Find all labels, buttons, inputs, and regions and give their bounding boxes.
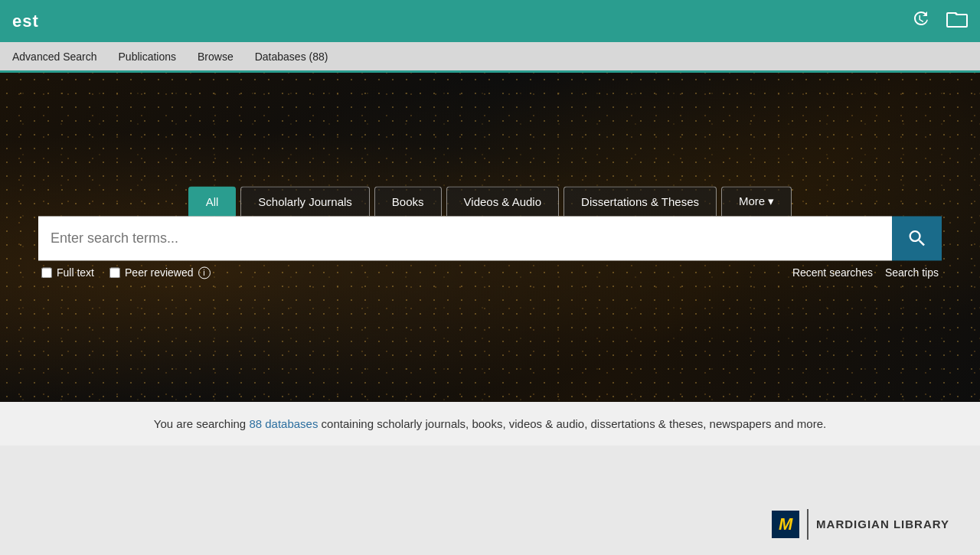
tab-more[interactable]: More ▾ xyxy=(721,186,792,216)
search-box-container xyxy=(38,216,942,260)
tab-books[interactable]: Books xyxy=(374,186,442,216)
tab-all[interactable]: All xyxy=(188,186,237,216)
tab-videos-audio[interactable]: Videos & Audio xyxy=(446,186,559,216)
history-icon[interactable] xyxy=(911,9,931,34)
top-header: est xyxy=(0,0,980,42)
full-text-filter[interactable]: Full text xyxy=(41,266,94,279)
databases-link[interactable]: 88 databases xyxy=(249,417,318,430)
folder-icon[interactable] xyxy=(946,11,968,32)
full-text-label: Full text xyxy=(57,266,94,279)
footer: MARDIGIAN LIBRARY xyxy=(0,446,980,555)
library-name: MARDIGIAN LIBRARY xyxy=(816,517,949,532)
search-button[interactable] xyxy=(892,216,942,260)
recent-searches-button[interactable]: Recent searches xyxy=(792,266,873,279)
info-text-before: You are searching xyxy=(154,417,250,430)
nav-publications[interactable]: Publications xyxy=(119,49,177,64)
filter-row: Full text Peer reviewed i Recent searche… xyxy=(38,260,942,279)
full-text-checkbox[interactable] xyxy=(41,267,52,278)
um-logo-icon xyxy=(772,511,799,538)
nav-databases[interactable]: Databases (88) xyxy=(255,49,328,64)
footer-logo: MARDIGIAN LIBRARY xyxy=(772,509,949,540)
nav-browse[interactable]: Browse xyxy=(198,49,234,64)
filter-left: Full text Peer reviewed i xyxy=(41,266,211,279)
nav-bar: Advanced Search Publications Browse Data… xyxy=(0,42,980,73)
peer-reviewed-filter[interactable]: Peer reviewed i xyxy=(109,266,211,279)
dropdown-arrow-icon: ▾ xyxy=(768,194,774,207)
filter-right: Recent searches Search tips xyxy=(792,266,939,279)
search-area: All Scholarly Journals Books Videos & Au… xyxy=(69,186,911,279)
footer-divider xyxy=(807,509,808,540)
peer-reviewed-label: Peer reviewed xyxy=(125,266,194,279)
peer-reviewed-checkbox[interactable] xyxy=(109,267,120,278)
hero-section: All Scholarly Journals Books Videos & Au… xyxy=(0,73,980,402)
search-tips-button[interactable]: Search tips xyxy=(885,266,939,279)
category-tabs: All Scholarly Journals Books Videos & Au… xyxy=(188,186,792,216)
tab-dissertations-theses[interactable]: Dissertations & Theses xyxy=(564,186,717,216)
info-text-after: containing scholarly journals, books, vi… xyxy=(318,417,826,430)
info-section: You are searching 88 databases containin… xyxy=(0,402,980,446)
tab-scholarly-journals[interactable]: Scholarly Journals xyxy=(240,186,370,216)
app-logo: est xyxy=(12,11,39,31)
search-icon xyxy=(906,227,928,249)
search-input[interactable] xyxy=(38,216,892,260)
nav-advanced-search[interactable]: Advanced Search xyxy=(12,49,97,64)
peer-reviewed-info-icon[interactable]: i xyxy=(198,266,211,279)
header-icons xyxy=(911,9,968,34)
